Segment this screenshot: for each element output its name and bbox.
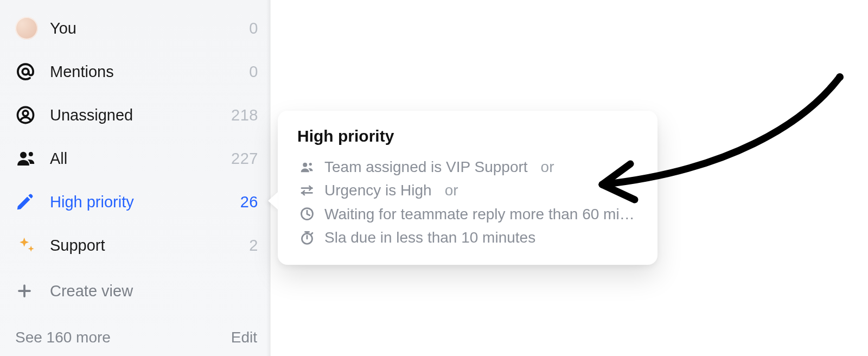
see-more-link[interactable]: See 160 more xyxy=(15,329,111,346)
clock-icon xyxy=(297,206,317,222)
sidebar-list: You 0 Mentions 0 xyxy=(0,7,270,267)
sidebar-item-count: 218 xyxy=(231,106,258,124)
at-sign-icon xyxy=(15,61,50,82)
sidebar-item-label: Unassigned xyxy=(50,106,133,124)
popover-title: High priority xyxy=(297,127,638,145)
people-icon xyxy=(297,159,317,175)
svg-point-2 xyxy=(23,111,28,116)
svg-line-18 xyxy=(311,233,312,234)
sidebar-item-count: 2 xyxy=(249,237,258,255)
people-icon xyxy=(15,148,50,169)
sidebar-item-you[interactable]: You 0 xyxy=(15,7,263,50)
plus-icon xyxy=(16,283,50,299)
condition-row: Team assigned is VIP Support or xyxy=(297,155,638,179)
svg-point-19 xyxy=(836,73,844,81)
sparkle-icon xyxy=(15,234,50,256)
create-view-label: Create view xyxy=(50,282,133,300)
sidebar-item-label: All xyxy=(50,150,67,168)
sidebar-item-unassigned[interactable]: Unassigned 218 xyxy=(15,93,263,137)
sidebar-item-count: 0 xyxy=(249,63,258,81)
edit-link[interactable]: Edit xyxy=(231,329,257,346)
sidebar-item-label: You xyxy=(50,20,76,37)
sidebar-footer: See 160 more Edit xyxy=(15,329,257,346)
condition-text: Urgency is High xyxy=(324,179,432,202)
stopwatch-icon xyxy=(297,230,317,246)
condition-or: or xyxy=(445,179,458,202)
sidebar-item-label: Support xyxy=(50,237,105,255)
svg-point-4 xyxy=(29,152,33,156)
sidebar-item-all[interactable]: All 227 xyxy=(15,137,263,180)
condition-row: Urgency is High or xyxy=(297,179,638,202)
sidebar: You 0 Mentions 0 xyxy=(0,0,270,356)
create-view-button[interactable]: Create view xyxy=(0,269,270,313)
condition-or: or xyxy=(541,155,554,179)
svg-point-7 xyxy=(303,162,307,167)
sidebar-item-label: Mentions xyxy=(50,63,114,81)
sidebar-item-support[interactable]: Support 2 xyxy=(15,224,263,267)
arrows-horizontal-icon xyxy=(297,182,317,199)
condition-text: Waiting for teammate reply more than 60 … xyxy=(324,202,638,226)
svg-point-3 xyxy=(20,152,27,158)
condition-row: Sla due in less than 10 minutes xyxy=(297,226,638,249)
sidebar-item-count: 26 xyxy=(240,193,258,211)
pencil-icon xyxy=(15,192,50,212)
svg-point-11 xyxy=(301,192,303,194)
sidebar-item-count: 227 xyxy=(231,150,258,168)
condition-text: Team assigned is VIP Support xyxy=(324,155,528,179)
sidebar-item-count: 0 xyxy=(249,20,258,37)
condition-row: Waiting for teammate reply more than 60 … xyxy=(297,202,638,226)
condition-text: Sla due in less than 10 minutes xyxy=(324,226,535,249)
svg-point-8 xyxy=(309,163,312,166)
user-circle-icon xyxy=(15,105,50,125)
sidebar-item-label: High priority xyxy=(50,193,134,211)
sidebar-item-mentions[interactable]: Mentions 0 xyxy=(15,50,263,93)
avatar-icon xyxy=(15,17,50,40)
sidebar-item-high-priority[interactable]: High priority 26 xyxy=(15,180,263,224)
svg-point-12 xyxy=(311,187,313,189)
view-conditions-popover: High priority Team assigned is VIP Suppo… xyxy=(278,111,658,265)
